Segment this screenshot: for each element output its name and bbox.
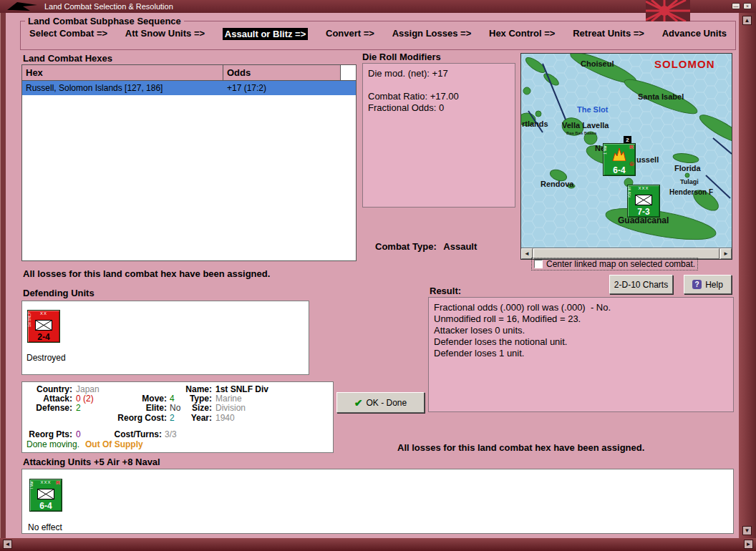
year-label: Year:: [176, 413, 212, 423]
map-label-region: SOLOMON: [654, 58, 715, 70]
map-label-the-slot: The Slot: [577, 105, 608, 114]
close-button[interactable]: ×: [743, 3, 752, 9]
result-lines: Fractional odds (.000) roll was (.000) -…: [434, 302, 728, 359]
counter-size-symbol: XX: [28, 311, 59, 316]
counter-strength: 6-4: [30, 501, 62, 511]
minimize-button[interactable]: —: [732, 3, 740, 9]
map-label-choiseul: Choiseul: [581, 59, 614, 68]
counter-strength: 7-3: [628, 207, 659, 217]
modifier-line: Fractional Odds: 0: [368, 102, 510, 114]
help-button-label: Help: [705, 280, 723, 290]
die-roll-modifiers-panel: Die mod. (net): +17 Combat Ratio: +17.00…: [362, 63, 515, 208]
charts-button[interactable]: 2-D-10 Charts: [609, 275, 673, 294]
bottom-frame-scrollbar[interactable]: ◄ ►: [0, 538, 756, 551]
name-value: 1st SNLF Div: [215, 384, 268, 394]
defending-units-panel: 1st SNLF XX 2-4 Destroyed: [21, 301, 309, 375]
attacking-units-title: Attacking Units +5 Air +8 Naval: [23, 457, 160, 467]
map[interactable]: Choiseul SOLOMON Santa Isabel The Slot V…: [521, 54, 732, 248]
ok-done-label: OK - Done: [367, 398, 407, 408]
scrollbar-thumb[interactable]: [533, 248, 719, 259]
rising-sun-flag-icon: [646, 0, 690, 21]
attacker-status: No effect: [28, 522, 62, 532]
sequence-step: Assault or Blitz =>: [223, 28, 308, 40]
odds-cell: +17 (17:2): [223, 81, 341, 95]
infantry-symbol-icon: [37, 489, 54, 499]
reorg-cost-label: Reorg Cost:: [101, 413, 167, 423]
scroll-right-button[interactable]: ►: [720, 248, 732, 259]
attack-value: 0 (2): [76, 394, 94, 404]
defending-unit-counter[interactable]: 1st SNLF XX 2-4: [27, 310, 60, 343]
center-map-checkbox-label[interactable]: Center linked map on selected combat.: [546, 259, 695, 269]
sequence-steps: Select Combat =>Att Snow Units =>Assault…: [21, 26, 735, 40]
combat-hex-row[interactable]: Russell, Solomon Islands [127, 186]+17 (…: [22, 81, 356, 95]
window-title: Land Combat Selection & Resolution: [44, 2, 173, 11]
combat-hexes-header: Hex Odds: [22, 65, 356, 81]
cost-turns-label: Cost/Turns:: [101, 429, 162, 439]
combat-type: Combat Type: Assault: [375, 241, 477, 252]
cost-turns-value: 3/3: [165, 429, 177, 439]
scroll-left-button[interactable]: ◄: [521, 248, 533, 259]
app-window: Land Combat Selection & Resolution — × L…: [0, 0, 756, 551]
type-value: Marine: [215, 394, 242, 404]
result-line: Defender loses the notional unit.: [434, 336, 728, 348]
result-line: Fractional odds (.000) roll was (.000) -…: [434, 302, 728, 313]
modifier-line: Die mod. (net): +17: [368, 68, 510, 79]
titlebar[interactable]: Land Combat Selection & Resolution — ×: [0, 0, 756, 13]
scroll-up-button[interactable]: ▲: [742, 16, 752, 25]
scroll-left-frame-button[interactable]: ◄: [3, 540, 12, 549]
reorg-pts-value: 0: [76, 429, 81, 439]
center-map-checkbox[interactable]: [534, 260, 543, 268]
result-title: Result:: [430, 286, 461, 296]
right-frame-scrollbar[interactable]: ▲ ▼: [739, 13, 756, 538]
ok-done-button[interactable]: ✔ OK - Done: [336, 392, 425, 413]
combat-hexes-title: Land Combat Hexes: [23, 53, 112, 64]
hex-cell: Russell, Solomon Islands [127, 186]: [22, 81, 223, 95]
moving-status: Done moving.: [26, 439, 79, 449]
attacking-unit-counter[interactable]: I Mar XXX R 6-4: [29, 479, 62, 512]
attack-label: Attack:: [22, 394, 72, 404]
combat-type-value: Assault: [443, 241, 477, 252]
modifier-line: Combat Ratio: +17.00: [368, 91, 510, 102]
map-label-shortlands: rtlands: [522, 120, 548, 128]
infantry-symbol-icon: [635, 195, 652, 205]
defender-status: Destroyed: [26, 353, 66, 363]
subphase-sequence-groupbox: Land Combat Subphase Sequence Select Com…: [20, 16, 736, 50]
help-button[interactable]: ? Help: [684, 275, 732, 294]
losses-assigned-message: All losses for this land combat hex have…: [23, 268, 270, 279]
counter-nationality-letter: R: [56, 479, 60, 486]
size-label: Size:: [176, 403, 212, 413]
map-horizontal-scrollbar[interactable]: ◄ ►: [521, 248, 732, 259]
result-line: Unmodified roll = 16, Modified = 23.: [434, 313, 728, 325]
defense-label: Defense:: [22, 403, 72, 413]
name-label: Name:: [176, 384, 212, 394]
counter-size-symbol: XXX: [628, 186, 659, 190]
map-label-florida: Florida: [674, 164, 701, 172]
sequence-step: Hex Control =>: [489, 28, 555, 40]
map-unit-counter-2[interactable]: KW Inf XXX 7-3: [627, 185, 660, 218]
scroll-down-button[interactable]: ▼: [742, 526, 752, 535]
map-unit-counter-1[interactable]: 1 Mar R ⊕ 6-4: [603, 143, 636, 176]
charts-button-label: 2-D-10 Charts: [614, 280, 668, 290]
infantry-symbol-icon: [35, 320, 52, 331]
subphase-sequence-title: Land Combat Subphase Sequence: [25, 16, 184, 26]
move-value: 4: [170, 394, 175, 404]
burning-marker-icon: [611, 148, 627, 161]
supply-status: Out Of Supply: [85, 439, 143, 449]
reorg-cost-value: 2: [170, 413, 175, 423]
scroll-right-frame-button[interactable]: ►: [744, 540, 753, 549]
check-icon: ✔: [354, 397, 363, 409]
sequence-step: Att Snow Units =>: [125, 28, 205, 40]
die-roll-modifiers-lines: Die mod. (net): +17 Combat Ratio: +17.00…: [368, 68, 510, 114]
losses-assigned-message-2: All losses for this land combat hex have…: [397, 442, 644, 453]
sequence-step: Advance Units: [662, 28, 727, 40]
unit-details-panel: Country: Japan Name: 1st SNLF Div Attack…: [21, 381, 334, 453]
year-value: 1940: [215, 413, 235, 423]
sequence-step: Convert =>: [326, 28, 374, 40]
center-map-checkbox-row[interactable]: Center linked map on selected combat.: [532, 258, 697, 270]
sequence-step: Retreat Units =>: [573, 28, 644, 40]
counter-strength: 2-4: [28, 332, 59, 342]
modifier-line: [368, 79, 510, 91]
size-value: Division: [215, 403, 246, 413]
window-icon[interactable]: [7, 1, 39, 11]
move-label: Move:: [101, 394, 167, 404]
